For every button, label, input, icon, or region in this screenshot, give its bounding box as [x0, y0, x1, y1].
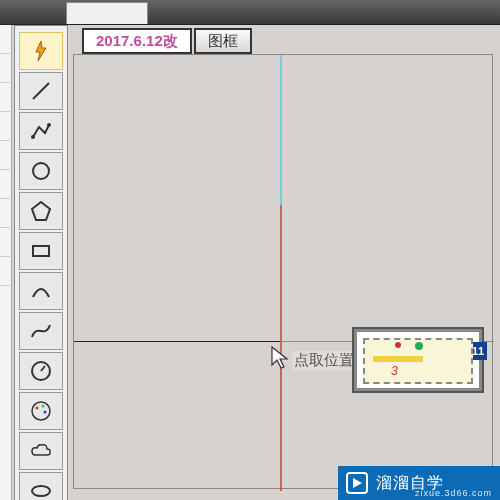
svg-point-2 [47, 123, 51, 127]
tool-lightning[interactable] [19, 32, 63, 70]
tool-gauge[interactable] [19, 352, 63, 390]
polygon-icon [29, 199, 53, 223]
tool-line[interactable] [19, 72, 63, 110]
title-bar [0, 0, 500, 25]
svg-point-10 [42, 405, 45, 408]
play-icon [346, 472, 368, 494]
crosshair-vertical-top [280, 55, 282, 205]
ellipse-icon [29, 479, 53, 500]
spline-icon [29, 319, 53, 343]
svg-line-0 [33, 83, 49, 99]
svg-point-12 [32, 486, 50, 496]
svg-line-7 [41, 366, 45, 371]
line-icon [29, 79, 53, 103]
tool-polygon[interactable] [19, 192, 63, 230]
tool-arc[interactable] [19, 272, 63, 310]
tool-cloud[interactable] [19, 432, 63, 470]
lightning-icon [29, 39, 53, 63]
palette-icon [29, 399, 53, 423]
svg-point-1 [31, 135, 35, 139]
svg-point-3 [33, 163, 49, 179]
drawing-canvas[interactable]: 点取位置或 11 3 [73, 54, 493, 489]
tool-rectangle[interactable] [19, 232, 63, 270]
rectangle-icon [29, 239, 53, 263]
panel-strip [0, 25, 12, 500]
polyline-icon [29, 119, 53, 143]
tab-well-bg [66, 2, 148, 24]
circle-icon [29, 159, 53, 183]
document-tabs: 2017.6.12改 图框 [82, 28, 252, 54]
preview-number: 3 [391, 364, 398, 378]
cloud-icon [29, 439, 53, 463]
preview-content: 3 [363, 338, 473, 384]
tool-polyline[interactable] [19, 112, 63, 150]
tool-circle[interactable] [19, 152, 63, 190]
svg-rect-5 [33, 246, 49, 256]
crosshair-vertical-bottom [280, 205, 282, 491]
tool-ellipse[interactable] [19, 472, 63, 500]
svg-point-8 [32, 402, 50, 420]
svg-marker-4 [32, 202, 50, 220]
tool-color-picker[interactable] [19, 392, 63, 430]
watermark-banner[interactable]: 溜溜自学 zixue.3d66.com [338, 466, 500, 500]
watermark-url: zixue.3d66.com [415, 488, 492, 498]
arc-icon [29, 279, 53, 303]
tab-document-1[interactable]: 2017.6.12改 [82, 28, 192, 54]
crosshair-horizontal-left [74, 341, 280, 342]
gauge-icon [29, 359, 53, 383]
tool-spline[interactable] [19, 312, 63, 350]
svg-point-9 [36, 407, 39, 410]
tab-document-2[interactable]: 图框 [194, 28, 252, 54]
block-preview[interactable]: 11 3 [354, 329, 482, 391]
svg-point-11 [44, 411, 47, 414]
tool-palette [14, 25, 68, 500]
